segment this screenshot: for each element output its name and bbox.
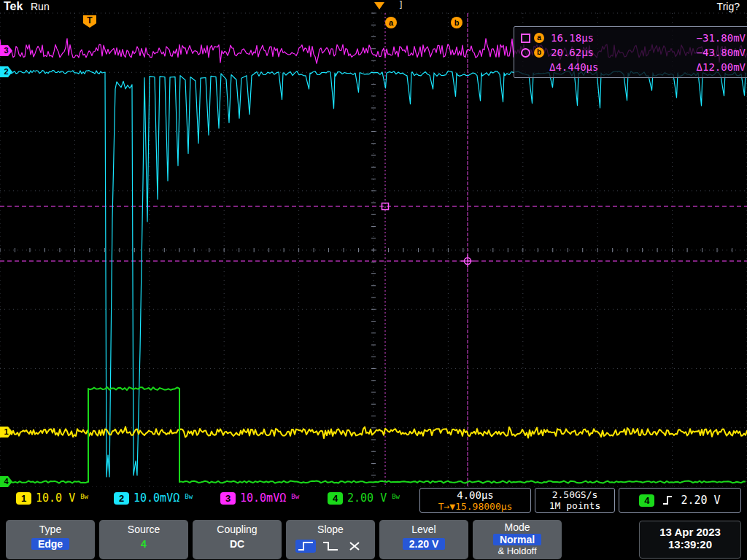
ch2-readout: 2 10.0mVΩ Bw — [114, 491, 193, 505]
cursor-delta-row: Δ4.440µs Δ12.00mV — [521, 60, 746, 74]
timebase-scale: 4.00µs — [420, 489, 530, 501]
cursor-b-row: b 20.62µs −43.80mV — [521, 45, 746, 60]
tek-logo: Tek — [4, 0, 23, 13]
oscilloscope-screen: Tek Run Trig? ] T 3 2 1 4 a b a 16.18µs … — [0, 0, 747, 560]
ch1-bandwidth-icon: Bw — [80, 491, 88, 500]
menu-source-label: Source — [99, 524, 188, 535]
menu-mode-label: Mode — [473, 521, 562, 533]
trigger-slope-icon — [662, 494, 673, 506]
menu-trigger-type-button[interactable]: Type Edge — [6, 520, 95, 559]
softkey-menu-bar: Type Edge Source 4 Coupling DC Slope — [0, 515, 747, 560]
slope-falling-icon[interactable] — [320, 540, 341, 553]
cursor-readout-panel: a 16.18µs −31.80mV b 20.62µs −43.80mV Δ4… — [514, 26, 747, 78]
record-window-bracket-icon: ] — [398, 0, 403, 10]
time-text: 13:39:20 — [640, 538, 740, 551]
cursor-delta-level: Δ12.00mV — [697, 61, 746, 73]
cursor-b-level: −43.80mV — [697, 47, 746, 58]
ch1-badge[interactable]: 1 — [16, 492, 31, 505]
cursor-b-circle-icon — [521, 48, 530, 58]
timebase-readout: 4.00µs T→▼15.98000µs — [419, 488, 531, 513]
cursor-a-row: a 16.18µs −31.80mV — [521, 31, 746, 45]
cursor-delta-time: Δ4.440µs — [549, 61, 614, 73]
ch3-readout: 3 10.0mVΩ Bw — [220, 491, 299, 505]
trigger-source-badge: 4 — [639, 494, 654, 507]
sample-rate: 2.50GS/s — [535, 489, 614, 500]
ch4-badge[interactable]: 4 — [328, 492, 343, 505]
datetime-display: 13 Apr 2023 13:39:20 — [639, 521, 741, 559]
trigger-readout: 4 2.20 V — [619, 488, 741, 513]
menu-type-label: Type — [6, 524, 95, 535]
ch1-trace — [0, 427, 747, 438]
record-length: 1M points — [535, 500, 614, 511]
cursor-a-handle[interactable]: a — [385, 17, 397, 28]
cursor-a-badge: a — [534, 33, 544, 43]
menu-mode-button[interactable]: Mode Normal & Holdoff — [473, 520, 562, 559]
ch2-scale: 10.0mVΩ — [133, 491, 179, 505]
ch1-readout: 1 10.0 V Bw — [16, 491, 88, 505]
menu-slope-label: Slope — [286, 524, 375, 535]
cursor-a-square-icon — [521, 34, 530, 43]
cursor-a-time: 16.18µs — [551, 32, 615, 44]
menu-mode-value2: & Holdoff — [473, 545, 562, 556]
menu-mode-value: Normal — [493, 534, 541, 545]
menu-coupling-value: DC — [193, 538, 282, 550]
acquisition-status: Run — [31, 1, 50, 12]
ch4-scale: 2.00 V — [347, 491, 387, 505]
trigger-level-value: 2.20 V — [681, 494, 720, 507]
menu-level-button[interactable]: Level 2.20 V — [379, 520, 468, 559]
menu-coupling-label: Coupling — [193, 524, 282, 535]
ch1-scale: 10.0 V — [36, 491, 75, 505]
ch4-bandwidth-icon: Bw — [392, 491, 400, 500]
sample-rate-readout: 2.50GS/s 1M points — [535, 488, 615, 513]
menu-level-label: Level — [379, 524, 468, 535]
waveform-display — [0, 0, 747, 560]
cursor-a-level: −31.80mV — [697, 32, 746, 44]
menu-slope-button[interactable]: Slope — [286, 520, 375, 559]
status-readout-bar: 1 10.0 V Bw 2 10.0mVΩ Bw 3 10.0mVΩ Bw 4 … — [0, 487, 747, 515]
slope-either-icon[interactable] — [345, 540, 365, 553]
trigger-status: Trig? — [717, 1, 740, 12]
menu-source-value: 4 — [99, 538, 188, 550]
cursor-b-time: 20.62µs — [551, 47, 615, 58]
trigger-delay: T→▼15.98000µs — [420, 501, 530, 512]
menu-level-value: 2.20 V — [403, 538, 445, 550]
cursor-b-handle[interactable]: b — [451, 17, 462, 28]
ch2-badge[interactable]: 2 — [114, 492, 129, 505]
ch3-bandwidth-icon: Bw — [291, 491, 299, 500]
menu-trigger-source-button[interactable]: Source 4 — [99, 520, 188, 559]
ch4-readout: 4 2.00 V Bw — [328, 491, 400, 505]
ch2-bandwidth-icon: Bw — [185, 491, 193, 500]
menu-coupling-button[interactable]: Coupling DC — [193, 520, 282, 559]
date-text: 13 Apr 2023 — [640, 526, 740, 538]
ch3-scale: 10.0mVΩ — [240, 491, 286, 505]
cursor-b-badge: b — [534, 47, 544, 58]
slope-rising-icon[interactable] — [295, 540, 316, 553]
menu-type-value: Edge — [31, 538, 69, 550]
ch3-badge[interactable]: 3 — [220, 492, 236, 505]
